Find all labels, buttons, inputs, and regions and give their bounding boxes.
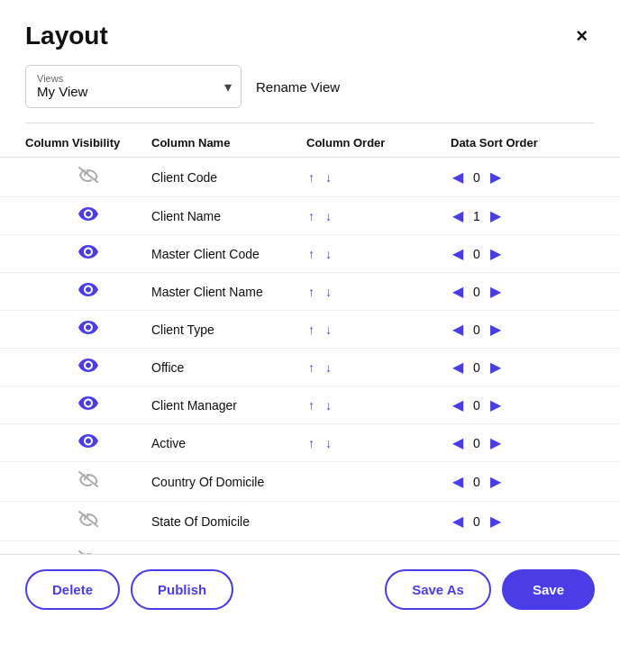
column-name-cell: Client Code: [151, 170, 306, 185]
close-button[interactable]: ×: [569, 23, 595, 50]
sort-value: 0: [469, 514, 485, 529]
sort-order-cell: ◀0▶: [451, 436, 595, 450]
order-arrows-cell: ↑↓: [306, 248, 451, 260]
column-name-cell: Office: [151, 360, 306, 375]
visibility-cell: [25, 320, 151, 339]
eye-visible-icon[interactable]: [78, 433, 98, 452]
order-up-button[interactable]: ↑: [306, 399, 316, 412]
sort-order-cell: ◀1▶: [451, 209, 595, 223]
sort-decrement-button[interactable]: ◀: [451, 247, 465, 261]
column-name-cell: Client Type: [151, 322, 306, 337]
views-value: My View: [37, 84, 87, 99]
eye-hidden-icon[interactable]: [78, 167, 98, 187]
eye-visible-icon[interactable]: [78, 320, 98, 339]
sort-decrement-button[interactable]: ◀: [451, 436, 465, 450]
sort-order-cell: ◀0▶: [451, 285, 595, 299]
sort-value: 0: [469, 247, 485, 261]
layout-modal: Layout × Views My View ▾ Rename View Col…: [0, 0, 620, 672]
sort-decrement-button[interactable]: ◀: [451, 322, 465, 337]
table-row: Office↑↓◀0▶: [0, 349, 620, 386]
footer-right: Save As Save: [385, 569, 595, 610]
order-up-button[interactable]: ↑: [306, 361, 316, 374]
order-up-button[interactable]: ↑: [306, 286, 316, 298]
table-row: Master Client Name↑↓◀0▶: [0, 273, 620, 311]
order-down-button[interactable]: ↓: [324, 399, 333, 412]
sort-increment-button[interactable]: ▶: [488, 285, 503, 299]
column-name-cell: Client Name: [151, 209, 306, 223]
views-select[interactable]: Views My View ▾: [25, 65, 242, 108]
sort-order-cell: ◀0▶: [451, 247, 595, 261]
table-row: Active↑↓◀0▶: [0, 424, 620, 462]
eye-visible-icon[interactable]: [78, 282, 98, 301]
order-up-button[interactable]: ↑: [306, 437, 316, 450]
delete-button[interactable]: Delete: [25, 569, 120, 610]
eye-hidden-icon[interactable]: [78, 511, 98, 531]
sort-increment-button[interactable]: ▶: [488, 170, 503, 185]
sort-decrement-button[interactable]: ◀: [451, 170, 465, 185]
modal-title: Layout: [25, 22, 108, 50]
sort-increment-button[interactable]: ▶: [488, 247, 503, 261]
sort-decrement-button[interactable]: ◀: [451, 209, 465, 223]
sort-value: 0: [469, 285, 485, 299]
sort-increment-button[interactable]: ▶: [488, 322, 503, 337]
sort-decrement-button[interactable]: ◀: [451, 514, 465, 529]
eye-visible-icon[interactable]: [78, 244, 98, 263]
order-down-button[interactable]: ↓: [324, 248, 333, 260]
sort-order-cell: ◀0▶: [451, 514, 595, 529]
sort-value: 0: [469, 170, 485, 185]
table-row: Country Of Domicile◀0▶: [0, 462, 620, 502]
sort-increment-button[interactable]: ▶: [488, 398, 503, 413]
column-name-cell: State Of Domicile: [151, 514, 306, 529]
eye-visible-icon[interactable]: [78, 395, 98, 414]
eye-visible-icon[interactable]: [78, 358, 98, 377]
order-arrows-cell: ↑↓: [306, 437, 451, 450]
column-name-cell: Master Client Code: [151, 247, 306, 261]
order-down-button[interactable]: ↓: [324, 171, 333, 184]
sort-order-cell: ◀0▶: [451, 322, 595, 337]
order-down-button[interactable]: ↓: [324, 210, 333, 222]
eye-visible-icon[interactable]: [78, 206, 98, 225]
save-as-button[interactable]: Save As: [385, 569, 491, 610]
eye-hidden-icon[interactable]: [78, 471, 98, 492]
order-down-button[interactable]: ↓: [324, 323, 333, 336]
sort-order-cell: ◀0▶: [451, 170, 595, 185]
table-row: Client Type↑↓◀0▶: [0, 311, 620, 349]
sort-increment-button[interactable]: ▶: [488, 436, 503, 450]
visibility-cell: [25, 433, 151, 452]
visibility-cell: [25, 244, 151, 263]
order-arrows-cell: ↑↓: [306, 323, 451, 336]
sort-increment-button[interactable]: ▶: [488, 475, 503, 489]
table-row: Client Code↑↓◀0▶: [0, 158, 620, 197]
sort-order-cell: ◀0▶: [451, 475, 595, 489]
order-up-button[interactable]: ↑: [306, 248, 316, 260]
sort-value: 1: [469, 209, 485, 223]
visibility-cell: [25, 206, 151, 225]
sort-decrement-button[interactable]: ◀: [451, 398, 465, 413]
order-up-button[interactable]: ↑: [306, 210, 316, 222]
table-row: Web Site URL◀0▶: [0, 541, 620, 554]
sort-decrement-button[interactable]: ◀: [451, 360, 465, 375]
save-button[interactable]: Save: [502, 569, 595, 610]
order-down-button[interactable]: ↓: [324, 437, 333, 450]
sort-increment-button[interactable]: ▶: [488, 360, 503, 375]
publish-button[interactable]: Publish: [131, 569, 233, 610]
visibility-cell: [25, 358, 151, 377]
order-up-button[interactable]: ↑: [306, 171, 316, 184]
sort-increment-button[interactable]: ▶: [488, 514, 503, 529]
table-header: Column Visibility Column Name Column Ord…: [0, 123, 620, 158]
order-down-button[interactable]: ↓: [324, 286, 333, 298]
order-up-button[interactable]: ↑: [306, 323, 316, 336]
order-arrows-cell: ↑↓: [306, 171, 451, 184]
table-row: Client Name↑↓◀1▶: [0, 197, 620, 235]
modal-header: Layout ×: [0, 0, 620, 65]
order-arrows-cell: ↑↓: [306, 399, 451, 412]
order-down-button[interactable]: ↓: [324, 361, 333, 374]
sort-decrement-button[interactable]: ◀: [451, 475, 465, 489]
order-arrows-cell: ↑↓: [306, 361, 451, 374]
sort-decrement-button[interactable]: ◀: [451, 285, 465, 299]
modal-footer: Delete Publish Save As Save: [0, 554, 620, 628]
rename-view-button[interactable]: Rename View: [256, 79, 340, 95]
col-name-header: Column Name: [151, 136, 306, 150]
sort-increment-button[interactable]: ▶: [488, 209, 503, 223]
sort-value: 0: [469, 398, 485, 413]
